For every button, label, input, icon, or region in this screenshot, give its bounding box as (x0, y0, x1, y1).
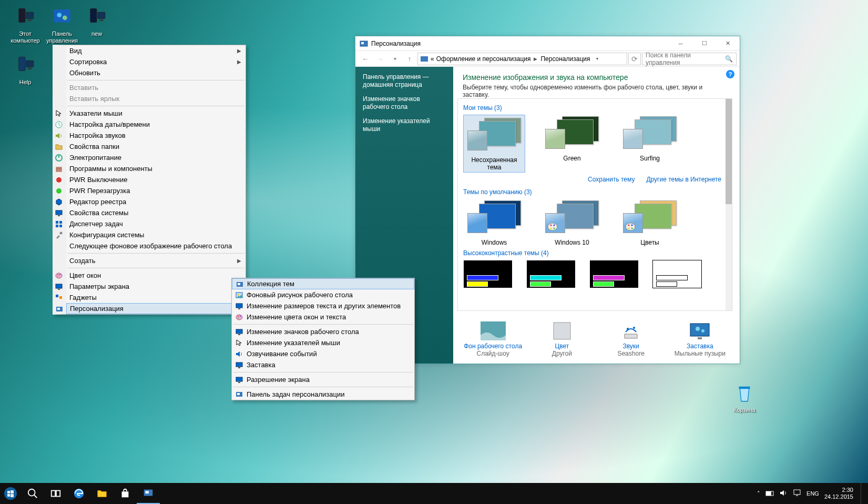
theme-item[interactable] (652, 260, 702, 288)
theme-item[interactable] (526, 260, 576, 288)
desktop-icon-new[interactable]: new (77, 4, 117, 37)
theme-item[interactable]: Windows (463, 199, 525, 246)
address-dropdown[interactable]: ▾ (593, 56, 602, 61)
svg-point-29 (59, 274, 60, 275)
personalization-submenu[interactable]: Коллекция темФоновый рисунок рабочего ст… (231, 278, 415, 400)
menu-item[interactable]: Озвучивание событий (232, 348, 414, 359)
more-themes-link[interactable]: Другие темы в Интернете (646, 176, 721, 183)
desktop-icon-этот-компьютер[interactable]: Этоткомпьютер (5, 4, 45, 44)
action-center-icon[interactable] (793, 489, 801, 498)
theme-item[interactable]: Surfing (619, 115, 681, 173)
up-button[interactable]: ↑ (403, 52, 416, 66)
menu-item[interactable]: Конфигурация системы (66, 229, 246, 240)
menu-item[interactable]: PWR Перезагрузка (66, 185, 246, 196)
theme-component-saver[interactable]: Заставка Мыльные пузыри (666, 321, 734, 357)
back-button[interactable]: ← (359, 52, 372, 66)
breadcrumb-seg-2[interactable]: Персонализация (540, 55, 590, 63)
menu-item[interactable]: Обновить (66, 67, 246, 78)
menu-item[interactable]: PWR Выключение (66, 174, 246, 185)
menu-item[interactable]: Изменение указателей мыши (232, 337, 414, 348)
theme-item[interactable]: Цветы (619, 199, 681, 246)
menu-item[interactable]: Персонализация▶ (66, 303, 246, 314)
recent-button[interactable]: ▾ (388, 52, 402, 66)
themes-listbox[interactable]: Мои темы (3) Несохраненная тема Green Su… (457, 98, 732, 311)
menu-item[interactable]: Следующее фоновое изображение рабочего с… (66, 240, 246, 251)
scrollbar-thumb[interactable] (726, 99, 732, 204)
dot-icon (55, 187, 63, 195)
menu-item-label: Программы и компоненты (69, 163, 152, 174)
taskbar[interactable]: ˄ ENG 2:30 24.12.2015 (0, 483, 868, 504)
maximize-button[interactable]: ☐ (692, 36, 716, 51)
theme-item[interactable]: Несохраненная тема (463, 115, 525, 173)
breadcrumb-root[interactable]: « (431, 55, 434, 63)
menu-item[interactable]: Создать▶ (66, 255, 246, 266)
desktop-icon-корзина[interactable]: Корзина (724, 380, 764, 414)
show-desktop-button[interactable] (861, 483, 864, 504)
menu-item[interactable]: Свойства системы (66, 207, 246, 218)
search-input[interactable]: Поиск в панели управления 🔍 (642, 53, 737, 65)
volume-icon[interactable] (779, 489, 788, 498)
svg-rect-6 (90, 8, 97, 22)
menu-item-label: Обновить (69, 67, 100, 78)
system-tray[interactable]: ˄ ENG 2:30 24.12.2015 (757, 483, 868, 504)
edge-button[interactable] (67, 483, 90, 504)
window-titlebar[interactable]: Персонализация ─ ☐ ✕ (355, 36, 740, 51)
menu-item[interactable]: Изменение значков рабочего стола (232, 326, 414, 337)
theme-component-wallpaper[interactable]: Фон рабочего стола Слайд-шоу (458, 321, 527, 357)
menu-item[interactable]: Настройка даты/времени (66, 119, 246, 130)
menu-item[interactable]: Указатели мыши (66, 108, 246, 119)
menu-item[interactable]: Вид▶ (66, 45, 246, 56)
wallpaper-icon (481, 321, 506, 340)
change-desktop-icons-link[interactable]: Изменение значков рабочего стола (363, 95, 446, 111)
network-icon[interactable] (765, 489, 774, 498)
theme-item[interactable]: Green (541, 115, 603, 173)
save-theme-link[interactable]: Сохранить тему (588, 176, 635, 183)
minimize-button[interactable]: ─ (669, 36, 692, 51)
search-button[interactable] (21, 483, 44, 504)
menu-item[interactable]: Электропитание (66, 152, 246, 163)
theme-component-sound[interactable]: Звуки Seashore (597, 321, 666, 357)
menu-item[interactable]: Настройка звуков (66, 130, 246, 141)
forward-button[interactable]: → (373, 52, 387, 66)
theme-item[interactable] (589, 260, 639, 288)
menu-item[interactable]: Разрешение экрана (232, 374, 414, 385)
menu-item[interactable]: Коллекция тем (232, 278, 414, 289)
file-explorer-button[interactable] (90, 483, 114, 504)
menu-item[interactable]: Редактор реестра (66, 196, 246, 207)
desktop-icon-панель-управления[interactable]: Панельуправления (42, 4, 82, 44)
refresh-button[interactable]: ⟳ (628, 53, 641, 65)
tray-chevron-icon[interactable]: ˄ (757, 490, 760, 497)
menu-item[interactable]: Изменение цвета окон и текста (232, 311, 414, 322)
help-icon[interactable]: ? (726, 70, 734, 78)
vertical-scrollbar[interactable] (726, 99, 732, 310)
desktop-context-menu[interactable]: Вид▶Сортировка▶ОбновитьВставитьВставить … (53, 45, 246, 315)
close-button[interactable]: ✕ (716, 36, 740, 51)
store-button[interactable] (114, 483, 137, 504)
address-bar[interactable]: « Оформление и персонализация ▶ Персонал… (417, 53, 627, 65)
menu-item[interactable]: Панель задач персонализации (232, 389, 414, 400)
theme-component-color[interactable]: Цвет Другой (527, 321, 596, 357)
menu-item-label: Вставить (69, 82, 98, 93)
tools-icon (55, 231, 63, 239)
clock[interactable]: 2:30 24.12.2015 (824, 487, 855, 500)
language-indicator[interactable]: ENG (806, 490, 819, 497)
menu-item[interactable]: Диспетчер задач (66, 218, 246, 229)
breadcrumb-seg-1[interactable]: Оформление и персонализация (436, 55, 531, 63)
start-button[interactable] (0, 483, 21, 504)
menu-item[interactable]: Свойства папки (66, 141, 246, 152)
menu-item[interactable]: Изменение размеров текста и других элеме… (232, 300, 414, 311)
menu-item[interactable]: Заставка (232, 359, 414, 370)
menu-item[interactable]: Программы и компоненты (66, 163, 246, 174)
theme-item[interactable]: Windows 10 (541, 199, 603, 246)
menu-item[interactable]: Параметры экрана (66, 281, 246, 292)
menu-item[interactable]: Гаджеты (66, 292, 246, 303)
theme-item[interactable] (463, 260, 513, 288)
menu-item[interactable]: Фоновый рисунок рабочего стола (232, 289, 414, 300)
menu-item[interactable]: Сортировка▶ (66, 56, 246, 67)
change-mouse-pointers-link[interactable]: Изменение указателей мыши (363, 117, 446, 133)
control-panel-home-link[interactable]: Панель управления — домашняя страница (363, 73, 446, 89)
menu-item[interactable]: Цвет окон (66, 270, 246, 281)
taskbar-app-personalization[interactable] (137, 483, 160, 504)
task-view-button[interactable] (44, 483, 67, 504)
desktop-icon-help[interactable]: Help (5, 53, 45, 86)
